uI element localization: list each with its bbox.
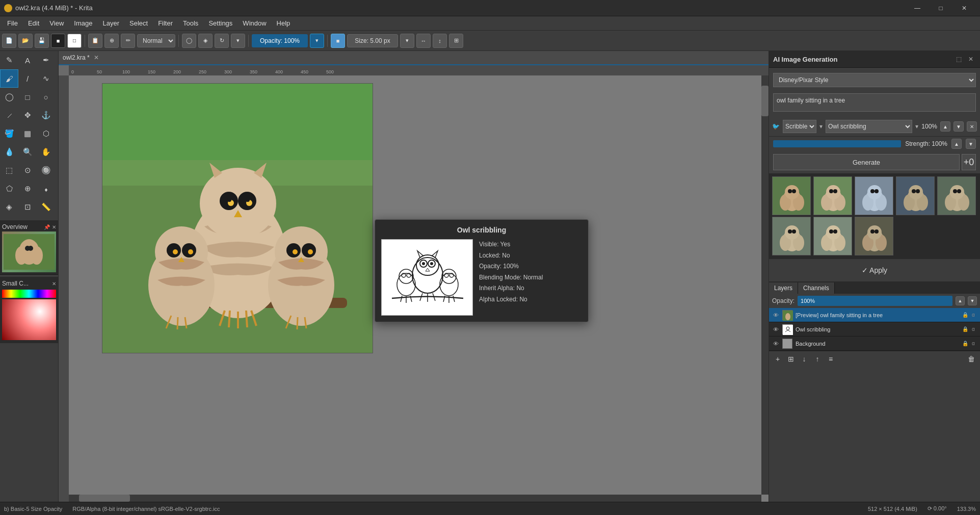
menu-file[interactable]: File <box>2 17 23 29</box>
tool-select[interactable]: ⟋ <box>0 106 18 124</box>
layer-alpha-scribble[interactable]: α <box>970 326 977 333</box>
tool-fill[interactable]: 🪣 <box>0 124 18 143</box>
opacity-field[interactable]: Opacity: 100% <box>252 34 308 47</box>
tool-transform[interactable]: ✥ <box>18 106 37 124</box>
move-layer-down-button[interactable]: ↓ <box>799 353 810 365</box>
tool-lasso[interactable]: 🔘 <box>37 161 55 179</box>
ai-panel-expand-button[interactable]: ⬚ <box>953 54 964 64</box>
scribble-chevron[interactable]: ▾ <box>819 123 823 130</box>
color-swatch-button[interactable]: ■ <box>331 34 345 48</box>
gen-image-5[interactable] <box>937 176 976 215</box>
layer-vis-preview[interactable]: 👁 <box>772 312 779 319</box>
layer-vis-scribble[interactable]: 👁 <box>772 326 779 333</box>
eraser-button[interactable]: ◯ <box>182 34 196 48</box>
scribble-down-button[interactable]: ▼ <box>953 121 964 132</box>
gen-image-1[interactable] <box>772 176 811 215</box>
horizontal-scrollbar[interactable] <box>69 495 761 502</box>
style-select[interactable]: Disney/Pixar Style Photorealistic Anime <box>773 73 976 87</box>
blend-mode-select[interactable]: Normal Multiply Screen <box>137 34 175 47</box>
tool-brush[interactable]: 🖌 <box>0 69 18 88</box>
canvas-image[interactable] <box>102 83 373 353</box>
mirror-h-button[interactable]: ↔ <box>416 34 431 48</box>
menu-layer[interactable]: Layer <box>97 17 124 29</box>
tool-text[interactable]: A <box>18 51 37 69</box>
layer-item-scribble[interactable]: 👁 Owl scribbling 🔒 α <box>769 322 980 337</box>
tab-channels[interactable]: Channels <box>798 282 835 294</box>
open-file-button[interactable]: 📂 <box>18 34 33 48</box>
menu-settings[interactable]: Settings <box>203 17 237 29</box>
copy-layer-button[interactable]: 📋 <box>88 34 102 48</box>
scribble-remove-button[interactable]: ✕ <box>967 121 977 132</box>
save-file-button[interactable]: 💾 <box>35 34 49 48</box>
strength-up-button[interactable]: ▲ <box>951 139 962 149</box>
brush-preset-button[interactable]: ✏ <box>121 34 135 48</box>
tool-smart-patch[interactable]: ⬡ <box>37 124 55 143</box>
delete-layer-button[interactable]: 🗑 <box>966 353 977 365</box>
tool-ellipse-select[interactable]: ⊙ <box>18 161 37 179</box>
opacity-up-button[interactable]: ▲ <box>956 296 965 305</box>
tool-zoom[interactable]: 🔍 <box>18 143 37 161</box>
opacity-down-button[interactable]: ▾ <box>310 34 324 48</box>
menu-view[interactable]: View <box>44 17 69 29</box>
apply-button[interactable]: ✓ Apply <box>852 263 897 277</box>
scribble-name-chevron[interactable]: ▾ <box>915 123 918 130</box>
opacity-bar-container[interactable]: 100% <box>798 296 952 306</box>
scribble-type-select[interactable]: Scribble Depth Pose <box>783 120 816 133</box>
preserve-alpha-button[interactable]: ◈ <box>198 34 213 48</box>
gen-image-3[interactable] <box>855 176 893 215</box>
canvas-tab-label[interactable]: owl2.kra * <box>63 54 90 61</box>
maximize-button[interactable]: □ <box>929 0 952 16</box>
size-down-button[interactable]: ▾ <box>400 34 414 48</box>
mirror-v-button[interactable]: ↕ <box>433 34 447 48</box>
color-panel-close-button[interactable]: ✕ <box>52 281 56 287</box>
overview-pin-button[interactable]: 📌 <box>44 224 50 230</box>
new-file-button[interactable]: 📄 <box>2 34 16 48</box>
layer-item-preview[interactable]: 👁 [Preview] owl family sitting in a tree… <box>769 308 980 322</box>
tool-curve[interactable]: ∿ <box>37 69 55 88</box>
hscroll-thumb[interactable] <box>79 495 130 502</box>
layer-lock-background[interactable]: 🔒 <box>962 340 969 347</box>
menu-window[interactable]: Window <box>237 17 271 29</box>
menu-filter[interactable]: Filter <box>153 17 178 29</box>
size-field[interactable]: Size: 5.00 px <box>347 34 398 47</box>
layer-lock-scribble[interactable]: 🔒 <box>962 326 969 333</box>
gen-image-4[interactable] <box>896 176 935 215</box>
more-options-button[interactable]: ▾ <box>231 34 245 48</box>
merge-button[interactable]: ⊕ <box>104 34 119 48</box>
color-bg-button[interactable]: □ <box>67 34 82 48</box>
minimize-button[interactable]: — <box>906 0 929 16</box>
vscroll-thumb[interactable] <box>761 86 769 116</box>
color-fg-button[interactable]: ■ <box>51 34 65 48</box>
canvas-tab-close-button[interactable]: ✕ <box>94 54 99 61</box>
tool-rect[interactable]: □ <box>18 88 37 106</box>
scribble-up-button[interactable]: ▲ <box>940 121 950 132</box>
tab-layers[interactable]: Layers <box>769 282 798 294</box>
ai-panel-close-button[interactable]: ✕ <box>966 54 976 64</box>
add-layer-button[interactable]: + <box>772 353 783 365</box>
strength-down-button[interactable]: ▼ <box>966 139 976 149</box>
tool-line[interactable]: / <box>18 69 37 88</box>
tool-magnetic-select[interactable]: ⊕ <box>18 179 37 198</box>
opacity-down-button[interactable]: ▼ <box>968 296 977 305</box>
menu-help[interactable]: Help <box>272 17 296 29</box>
gen-image-8[interactable] <box>855 217 893 255</box>
color-strip[interactable] <box>2 290 56 298</box>
vertical-scrollbar[interactable] <box>761 75 769 495</box>
layer-alpha-background[interactable]: α <box>970 340 977 347</box>
copy-layer-button-bottom[interactable]: ⊞ <box>785 353 797 365</box>
generate-plus-button[interactable]: +0 <box>962 154 976 170</box>
gen-image-2[interactable] <box>813 176 852 215</box>
tool-measure[interactable]: 📏 <box>37 198 55 216</box>
tool-ellipse[interactable]: ○ <box>37 88 55 106</box>
wrap-canvas-button[interactable]: ⊞ <box>449 34 463 48</box>
tool-eraser[interactable]: ◯ <box>0 88 18 106</box>
gen-image-7[interactable] <box>813 217 852 255</box>
layer-properties-button[interactable]: ≡ <box>825 353 836 365</box>
tool-pan[interactable]: ✋ <box>37 143 55 161</box>
tool-colorpicker[interactable]: 💧 <box>0 143 18 161</box>
close-button[interactable]: ✕ <box>952 0 976 16</box>
layer-lock-preview[interactable]: 🔒 <box>962 312 969 319</box>
menu-edit[interactable]: Edit <box>23 17 44 29</box>
scribble-name-select[interactable]: Owl scribbling <box>826 120 912 133</box>
menu-image[interactable]: Image <box>69 17 97 29</box>
